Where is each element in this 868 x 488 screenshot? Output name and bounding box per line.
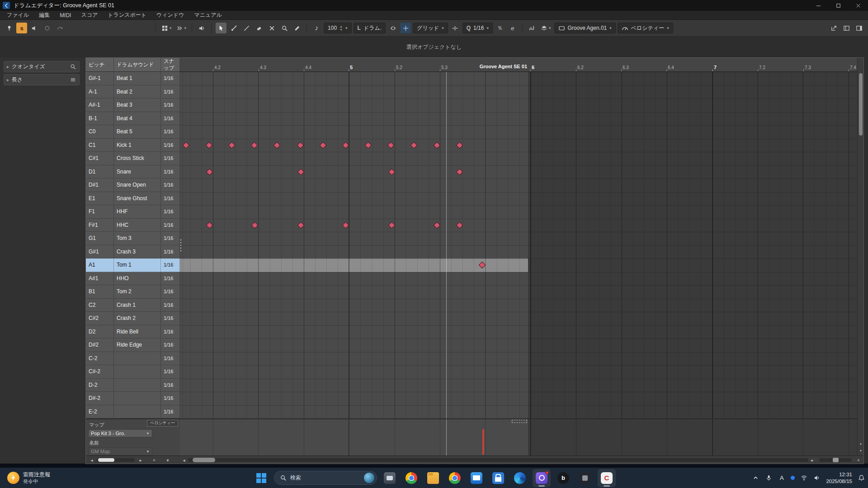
controller-lane-select[interactable]: ベロシティー ▾ (618, 23, 673, 33)
window-zones-button[interactable] (841, 23, 852, 33)
velocity-bar[interactable] (482, 429, 484, 455)
volume-icon[interactable] (813, 474, 821, 481)
v-zoom-up-button[interactable]: ▴ (858, 440, 864, 446)
drum-row[interactable]: D#2Ride Edge1/16 (86, 338, 180, 352)
drum-row[interactable]: B1Tom 21/16 (86, 285, 180, 299)
ime-indicator[interactable]: A (778, 474, 786, 481)
back-arrow-icon[interactable] (3, 2, 10, 9)
taskbar-icon-mail[interactable] (467, 469, 486, 487)
drum-row[interactable]: C1Kick 11/16 (86, 139, 180, 152)
drum-row[interactable]: D2Ride Bell1/16 (86, 325, 180, 339)
drumstick-tool[interactable] (228, 23, 239, 33)
vertical-scrollbar[interactable]: ▴ ▾ (857, 58, 863, 455)
h-zoom-thumb[interactable] (833, 458, 839, 462)
inspector-section-quantize[interactable]: ▸ クオンタイズ (4, 61, 80, 72)
menu-edit[interactable]: 編集 (34, 11, 55, 20)
drum-row[interactable]: A#-1Beat 31/16 (86, 99, 180, 112)
menu-transport[interactable]: トランスポート (103, 11, 151, 20)
taskbar-search[interactable]: 検索 (274, 471, 377, 485)
drum-sound-column-header[interactable]: ドラムサウンド (114, 58, 161, 71)
timeline-ruler[interactable]: Groove Agent SE 01 4.24.34.455.25.366.26… (180, 58, 857, 72)
record-button[interactable] (42, 23, 52, 33)
arrow-tool[interactable] (216, 23, 226, 33)
h-zoom-in-button[interactable]: + (854, 456, 863, 464)
maximize-button[interactable] (828, 0, 848, 11)
close-button[interactable] (848, 0, 868, 11)
inspector-section-length[interactable]: ▸ 長さ (4, 74, 80, 85)
pitch-column-header[interactable]: ピッチ (86, 58, 114, 71)
drum-row[interactable]: D#-21/16 (86, 392, 180, 405)
wifi-icon[interactable] (800, 474, 808, 481)
nudge-value-select[interactable]: 100 ▲▼ ▾ (324, 23, 352, 33)
splitter-handle[interactable] (180, 239, 182, 252)
tray-chevron-up-icon[interactable] (751, 474, 760, 481)
accessibility-dot-icon[interactable] (791, 476, 795, 480)
taskbar-icon-browser[interactable] (402, 469, 420, 487)
drum-row[interactable]: B-1Beat 41/16 (86, 112, 180, 126)
minimize-button[interactable] (808, 0, 828, 11)
grid-type-button[interactable] (450, 23, 461, 33)
menu-midi[interactable]: MIDI (55, 11, 76, 20)
drum-row[interactable]: C0Beat 51/16 (86, 125, 180, 139)
right-zone-button[interactable] (854, 23, 864, 33)
drum-row[interactable]: C#-21/16 (86, 365, 180, 379)
list-zoom-left-button[interactable]: ◂ (89, 456, 95, 464)
drum-row[interactable]: D1Snare1/16 (86, 165, 180, 179)
drum-row[interactable]: E1Snare Ghost1/16 (86, 192, 180, 206)
acoustic-feedback-button[interactable] (29, 23, 40, 33)
layer-button[interactable]: ▾ (539, 23, 552, 33)
drum-map-select[interactable]: Pop Kit 3 - Gro. ▼ (88, 429, 152, 437)
mirror-button[interactable] (387, 23, 398, 33)
drum-row[interactable]: C#2Crash 21/16 (86, 312, 180, 325)
taskbar-icon-voice-app[interactable] (533, 469, 551, 487)
step-input-button[interactable] (54, 23, 65, 33)
line-tool[interactable] (241, 23, 252, 33)
taskbar-icon-edge[interactable] (511, 469, 529, 487)
quantize-panel-button[interactable]: e (507, 23, 518, 33)
taskbar-clock[interactable]: 12:31 2025/08/15 (826, 471, 852, 485)
taskbar-icon-utility-app[interactable] (576, 469, 594, 487)
list-add-button[interactable]: + (151, 456, 157, 464)
autoscroll-button[interactable]: ▾ (175, 23, 188, 33)
spinner-icon[interactable]: ▲▼ (340, 25, 343, 31)
taskbar-icon-chrome[interactable] (446, 469, 464, 487)
eraser-tool[interactable] (254, 23, 264, 33)
list-menu-button[interactable]: ▾ (165, 456, 171, 464)
drum-row[interactable]: F#1HHC1/16 (86, 219, 180, 232)
drum-row[interactable]: C#1Cross Stick1/16 (86, 152, 180, 165)
h-scroll-left-button[interactable]: ◂ (181, 456, 187, 464)
menu-window[interactable]: ウィンドウ (151, 11, 189, 20)
drum-row[interactable]: C-21/16 (86, 352, 180, 366)
drum-row[interactable]: D-21/16 (86, 379, 180, 392)
draw-tool[interactable] (292, 23, 302, 33)
snap-column-header[interactable]: スナップ (161, 58, 180, 71)
menu-file[interactable]: ファイル (2, 11, 34, 20)
start-button[interactable] (252, 469, 270, 487)
drum-row[interactable]: A-1Beat 21/16 (86, 85, 180, 99)
taskbar-icon-file-explorer[interactable] (424, 469, 442, 487)
snap-type-select[interactable]: グリッド ▾ (413, 23, 448, 33)
drum-row[interactable]: F1HHF1/16 (86, 205, 180, 219)
pin-button[interactable] (4, 23, 14, 33)
drum-row[interactable]: G#-1Beat 11/16 (86, 72, 180, 85)
taskbar-icon-audio-app[interactable]: b (554, 469, 572, 487)
velocity-lane[interactable] (180, 418, 857, 455)
part-list-button[interactable] (527, 23, 538, 33)
notification-bell-icon[interactable] (857, 474, 865, 481)
menu-score[interactable]: スコア (76, 11, 103, 20)
quantize-preset-select[interactable]: Q 1/16 ▾ (462, 23, 493, 33)
v-scroll-thumb[interactable] (859, 73, 863, 136)
menu-manual[interactable]: マニュアル (189, 11, 226, 20)
iterative-quantize-button[interactable]: ％ (495, 23, 505, 33)
v-zoom-down-button[interactable]: ▾ (858, 447, 864, 454)
window-layout-button[interactable]: ▾ (160, 23, 173, 33)
open-in-window-button[interactable] (828, 23, 839, 33)
taskbar-icon-desktop-app[interactable] (381, 469, 399, 487)
drum-row-selected[interactable]: A1Tom 11/16 (86, 258, 180, 272)
list-zoom-right-button[interactable]: ▸ (137, 456, 144, 464)
insert-length-select[interactable]: L ドラム. (354, 23, 386, 33)
drum-row[interactable]: E-21/16 (86, 405, 180, 419)
drum-row[interactable]: A#1HHO1/16 (86, 272, 180, 286)
zoom-tool[interactable] (279, 23, 290, 33)
drum-row[interactable]: G1Tom 31/16 (86, 232, 180, 245)
